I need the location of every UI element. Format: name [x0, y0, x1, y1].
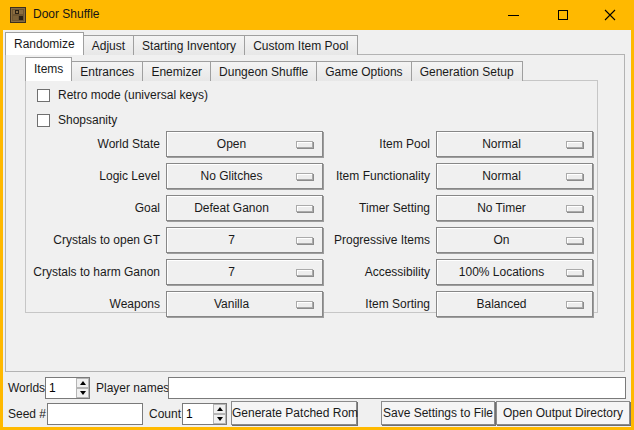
minimize-icon: [508, 15, 519, 16]
sub-tab-bar: Items Entrances Enemizer Dungeon Shuffle…: [25, 57, 523, 81]
worlds-spin-down-button[interactable]: [76, 388, 89, 398]
item-sorting-label: Item Sorting: [300, 291, 430, 317]
item-functionality-value: Normal: [437, 164, 566, 188]
accessibility-label: Accessibility: [300, 259, 430, 285]
slot-bar-icon: [566, 301, 583, 308]
world-state-value: Open: [167, 132, 296, 156]
tab-randomize[interactable]: Randomize: [5, 32, 84, 55]
maximize-icon: [558, 10, 568, 20]
goal-label: Goal: [26, 195, 160, 221]
retro-mode-checkbox[interactable]: [37, 89, 50, 102]
progressive-items-dropdown[interactable]: On: [436, 227, 593, 253]
minimize-button[interactable]: [490, 0, 536, 30]
goal-value: Defeat Ganon: [167, 196, 296, 220]
tab-starting-inventory[interactable]: Starting Inventory: [133, 35, 245, 55]
tab-adjust[interactable]: Adjust: [83, 35, 134, 55]
seed-label: Seed #: [8, 406, 46, 422]
titlebar[interactable]: Door Shuffle: [0, 0, 634, 30]
worlds-input[interactable]: [46, 378, 76, 398]
count-spinner[interactable]: [182, 403, 227, 425]
logic-level-label: Logic Level: [26, 163, 160, 189]
logic-level-value: No Glitches: [167, 164, 296, 188]
worlds-label: Worlds: [8, 380, 45, 396]
close-icon: [604, 9, 616, 21]
up-arrow-icon: [80, 381, 86, 385]
window-title: Door Shuffle: [33, 7, 100, 21]
tab-game-options[interactable]: Game Options: [316, 61, 411, 81]
weapons-label: Weapons: [26, 291, 160, 317]
weapons-value: Vanilla: [167, 292, 296, 316]
retro-mode-label: Retro mode (universal keys): [58, 88, 208, 102]
count-input[interactable]: [183, 404, 213, 424]
tab-generation-setup[interactable]: Generation Setup: [411, 61, 523, 81]
tab-custom-item-pool[interactable]: Custom Item Pool: [244, 35, 357, 55]
slot-bar-icon: [566, 141, 583, 148]
open-output-directory-button[interactable]: Open Output Directory: [496, 401, 630, 425]
tab-dungeon-shuffle[interactable]: Dungeon Shuffle: [210, 61, 317, 81]
up-arrow-icon: [217, 407, 223, 411]
down-arrow-icon: [80, 391, 86, 395]
crystals-gt-value: 7: [167, 228, 296, 252]
accessibility-dropdown[interactable]: 100% Locations: [436, 259, 593, 285]
close-button[interactable]: [587, 0, 633, 30]
tab-items[interactable]: Items: [25, 57, 72, 81]
slot-bar-icon: [566, 269, 583, 276]
main-tab-bar: Randomize Adjust Starting Inventory Cust…: [5, 32, 358, 55]
window: Door Shuffle Randomize Adjust Starting I…: [0, 0, 634, 430]
count-spin-down-button[interactable]: [213, 414, 226, 424]
shopsanity-checkbox[interactable]: [37, 114, 50, 127]
count-spin-buttons: [213, 404, 226, 424]
item-pool-label: Item Pool: [300, 131, 430, 157]
shopsanity-row: Shopsanity: [37, 113, 117, 127]
crystals-ganon-value: 7: [167, 260, 296, 284]
item-functionality-dropdown[interactable]: Normal: [436, 163, 593, 189]
tab-entrances[interactable]: Entrances: [71, 61, 143, 81]
item-functionality-label: Item Functionality: [300, 163, 430, 189]
maximize-button[interactable]: [540, 0, 586, 30]
timer-setting-value: No Timer: [437, 196, 566, 220]
generate-patched-rom-button[interactable]: Generate Patched Rom: [231, 401, 357, 425]
timer-setting-label: Timer Setting: [300, 195, 430, 221]
item-pool-dropdown[interactable]: Normal: [436, 131, 593, 157]
crystals-ganon-label: Crystals to harm Ganon: [26, 259, 160, 285]
count-spin-up-button[interactable]: [213, 404, 226, 414]
slot-bar-icon: [566, 237, 583, 244]
save-settings-button[interactable]: Save Settings to File: [381, 401, 495, 425]
shopsanity-label: Shopsanity: [58, 113, 117, 127]
timer-setting-dropdown[interactable]: No Timer: [436, 195, 593, 221]
world-state-label: World State: [26, 131, 160, 157]
slot-bar-icon: [566, 205, 583, 212]
item-pool-value: Normal: [437, 132, 566, 156]
accessibility-value: 100% Locations: [437, 260, 566, 284]
player-names-label: Player names: [96, 380, 169, 396]
count-label: Count: [149, 406, 181, 422]
down-arrow-icon: [217, 417, 223, 421]
retro-mode-row: Retro mode (universal keys): [37, 88, 208, 102]
seed-input[interactable]: [47, 403, 143, 425]
player-names-input[interactable]: [168, 377, 626, 399]
item-sorting-dropdown[interactable]: Balanced: [436, 291, 593, 317]
progressive-items-value: On: [437, 228, 566, 252]
crystals-gt-label: Crystals to open GT: [26, 227, 160, 253]
worlds-spin-up-button[interactable]: [76, 378, 89, 388]
door-icon: [10, 7, 26, 23]
slot-bar-icon: [566, 173, 583, 180]
progressive-items-label: Progressive Items: [300, 227, 430, 253]
item-sorting-value: Balanced: [437, 292, 566, 316]
tab-enemizer[interactable]: Enemizer: [142, 61, 211, 81]
worlds-spinner[interactable]: [45, 377, 90, 399]
worlds-spin-buttons: [76, 378, 89, 398]
